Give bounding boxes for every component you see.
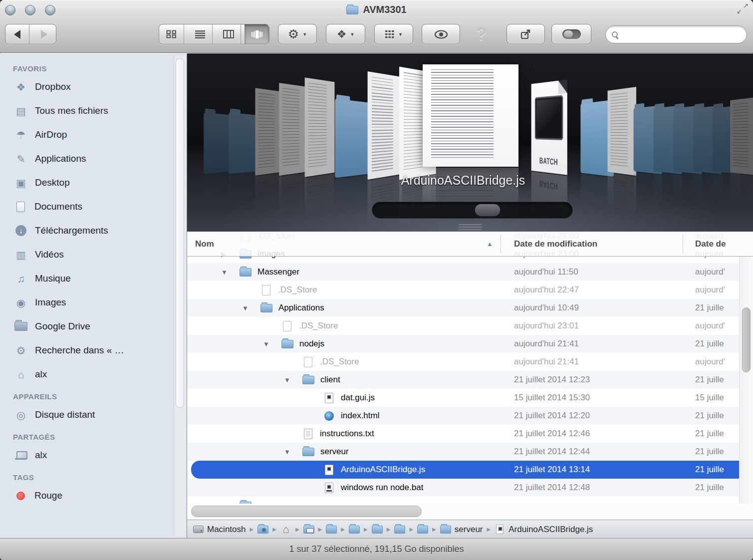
- sidebar-item-documents[interactable]: Documents: [13, 195, 187, 219]
- edit-tags-button[interactable]: [551, 24, 591, 44]
- path-item[interactable]: [326, 525, 337, 534]
- path-item-serveur[interactable]: serveur: [440, 525, 483, 535]
- path-item[interactable]: ⌂: [280, 524, 291, 535]
- table-row[interactable]: ▼Applicationsaujourd'hui 10:4921 juille: [187, 299, 739, 317]
- path-item[interactable]: [257, 525, 268, 534]
- list-vertical-scrollbar-thumb[interactable]: [742, 307, 751, 372]
- path-item[interactable]: [394, 525, 405, 534]
- column-header-date-other[interactable]: Date de: [695, 232, 726, 256]
- pictures-icon: ◉: [13, 297, 29, 308]
- coverflow-scrollbar-thumb[interactable]: [475, 204, 501, 217]
- coverflow-document[interactable]: [279, 83, 306, 176]
- sidebar-scrollbar[interactable]: [174, 55, 186, 536]
- disclosure-triangle-icon[interactable]: ▼: [241, 304, 260, 312]
- file-name: Massenger: [257, 267, 299, 277]
- back-button[interactable]: [5, 24, 29, 44]
- column-divider[interactable]: [683, 235, 683, 253]
- coverflow-folder[interactable]: [229, 112, 256, 174]
- coverflow-document[interactable]: [730, 97, 753, 175]
- list-horizontal-scrollbar[interactable]: [187, 504, 753, 520]
- arrange-icon: [385, 30, 395, 38]
- coverflow-folder[interactable]: [335, 99, 370, 178]
- disclosure-triangle-icon[interactable]: ▼: [220, 269, 240, 276]
- table-row[interactable]: .DS_Storeaujourd'hui 22:47aujourd': [187, 281, 739, 299]
- forward-button[interactable]: [33, 24, 56, 44]
- coverflow-selected-item[interactable]: [423, 64, 518, 167]
- table-row[interactable]: dat.gui.js15 juillet 2014 15:3015 juille: [187, 389, 739, 407]
- sidebar-item-rouge[interactable]: Rouge: [13, 484, 187, 508]
- view-coverflow-button[interactable]: [245, 24, 269, 44]
- sidebar-item-images[interactable]: ◉Images: [13, 290, 187, 314]
- coverflow-document[interactable]: [608, 87, 636, 176]
- view-columns-button[interactable]: [216, 24, 241, 44]
- table-row[interactable]: ▼Massengeraujourd'hui 11:50aujourd': [187, 263, 739, 281]
- disclosure-triangle-icon[interactable]: ▼: [282, 376, 302, 384]
- sidebar-item-tous-mes-fichiers[interactable]: ▤Tous mes fichiers: [13, 99, 187, 123]
- search-field[interactable]: [605, 25, 747, 43]
- batch-file-icon: [325, 483, 333, 493]
- view-icons-button[interactable]: [159, 24, 184, 44]
- help-button[interactable]: ?: [469, 24, 494, 44]
- coverflow-document[interactable]: [305, 77, 335, 177]
- column-header-date-modified[interactable]: Date de modification: [514, 232, 597, 256]
- file-name: serveur: [320, 447, 349, 457]
- table-row[interactable]: windows run node.bat21 juillet 2014 12:4…: [187, 479, 739, 497]
- sidebar-item-recherche-dans-[interactable]: ⚙Recherche dans « …: [13, 338, 187, 362]
- sidebar-item-alx[interactable]: alx: [13, 443, 187, 467]
- path-item[interactable]: [417, 525, 428, 534]
- sidebar-item-vid-os[interactable]: ▥Vidéos: [13, 243, 187, 267]
- sidebar-item-label: Desktop: [35, 177, 70, 188]
- list-vertical-scrollbar[interactable]: [739, 257, 753, 504]
- coverflow-document[interactable]: [255, 88, 281, 175]
- sidebar-item-disque-distant[interactable]: ◎Disque distant: [13, 403, 187, 427]
- sidebar-item-desktop[interactable]: ▣Desktop: [13, 171, 187, 195]
- sidebar-item-t-l-chargements[interactable]: ↓Téléchargements: [13, 219, 187, 243]
- fullscreen-button[interactable]: ↗ ↙: [736, 2, 749, 15]
- view-list-button[interactable]: [188, 24, 213, 44]
- sidebar-item-alx[interactable]: ⌂alx: [13, 362, 187, 386]
- sidebar-item-applications[interactable]: ✎Applications: [13, 147, 187, 171]
- path-item-arduinoasciibridge-js[interactable]: ArduinoASCIIBridge.js: [495, 525, 593, 535]
- date-modified-cell: aujourd'hui 11:50: [514, 263, 578, 281]
- column-divider[interactable]: [501, 235, 501, 253]
- action-menu-button[interactable]: ⚙▼: [278, 24, 317, 44]
- table-row[interactable]: .DS_Storeaujourd'hui 21:41aujourd': [187, 353, 739, 371]
- path-item[interactable]: [349, 525, 360, 534]
- arrange-menu-button[interactable]: ▼: [374, 24, 413, 44]
- search-input[interactable]: [622, 29, 741, 40]
- table-row[interactable]: index.html21 juillet 2014 12:2021 juille: [187, 407, 739, 425]
- share-button[interactable]: [506, 24, 545, 44]
- sidebar-item-google-drive[interactable]: Google Drive: [13, 314, 187, 338]
- sidebar-item-musique[interactable]: ♫Musique: [13, 267, 187, 290]
- date-other-cell: 21 juille: [695, 461, 739, 479]
- dropbox-menu-button[interactable]: ❖▼: [326, 24, 365, 44]
- coverflow-document[interactable]: [368, 71, 402, 180]
- path-item[interactable]: [372, 525, 383, 534]
- table-row[interactable]: ▼client21 juillet 2014 12:2321 juille: [187, 371, 739, 389]
- sidebar-scrollbar-thumb[interactable]: [176, 58, 184, 408]
- table-row[interactable]: ▼serveur21 juillet 2014 12:4421 juille: [187, 443, 739, 461]
- list-horizontal-scrollbar-thumb[interactable]: [191, 506, 422, 517]
- table-row[interactable]: instructions.txt21 juillet 2014 12:4621 …: [187, 425, 739, 443]
- coverflow-batch-item[interactable]: BATCH: [531, 79, 567, 175]
- quicklook-button[interactable]: [422, 24, 460, 44]
- path-separator-icon: ▶: [272, 527, 276, 532]
- file-icon: [283, 321, 291, 331]
- sidebar-item-dropbox[interactable]: ❖Dropbox: [13, 75, 187, 99]
- path-item-label: serveur: [455, 525, 483, 535]
- coverflow-scrollbar[interactable]: [372, 202, 573, 219]
- coverflow-folder[interactable]: [204, 112, 231, 174]
- disclosure-triangle-icon[interactable]: ▼: [282, 448, 302, 456]
- sidebar-item-airdrop[interactable]: ☂AirDrop: [13, 123, 187, 147]
- home-icon: ⌂: [13, 369, 29, 380]
- path-item-macintosh[interactable]: Macintosh: [193, 525, 246, 535]
- coverflow-view: BATCH ArduinoASCIIBridge.js: [187, 53, 753, 232]
- disclosure-triangle-icon[interactable]: ▼: [261, 340, 281, 348]
- table-row[interactable]: ArduinoASCIIBridge.js21 juillet 2014 13:…: [187, 461, 739, 479]
- path-item[interactable]: [303, 525, 314, 534]
- table-row[interactable]: ▼nodejsaujourd'hui 21:4121 juille: [187, 335, 739, 353]
- column-header-name[interactable]: Nom: [195, 232, 214, 256]
- coverflow-resize-grip[interactable]: [459, 224, 482, 230]
- table-row[interactable]: [187, 497, 739, 504]
- table-row[interactable]: .DS_Storeaujourd'hui 23:01aujourd': [187, 317, 739, 335]
